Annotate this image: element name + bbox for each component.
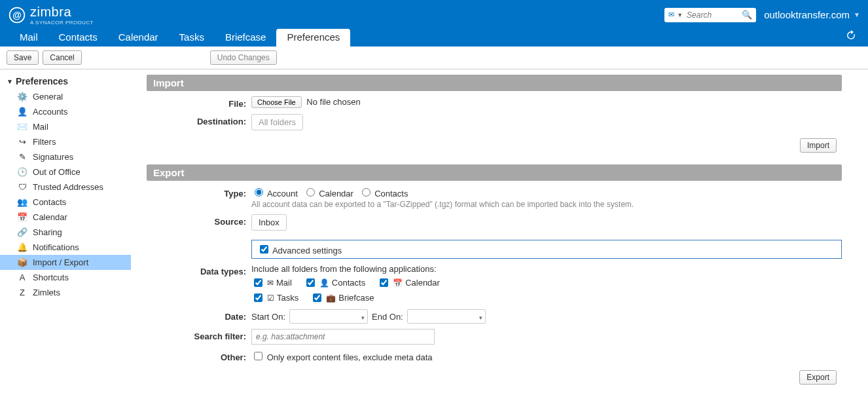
datatype-briefcase[interactable]: 💼Briefcase	[310, 292, 374, 304]
app-header: @ zimbra A SYNACOR PRODUCT ✉ ▼ 🔍 outlook…	[0, 0, 868, 29]
advanced-settings-box: Advanced settings	[251, 240, 842, 259]
mail-icon: ✉	[668, 10, 674, 19]
choose-file-button[interactable]: Choose File	[251, 96, 302, 108]
zimlets-icon: Z	[17, 288, 27, 297]
datatype-calendar[interactable]: 📅Calendar	[377, 276, 440, 289]
sidebar-item-label: Sharing	[33, 227, 62, 237]
sidebar-item-mail[interactable]: ✉️Mail	[0, 119, 131, 134]
search-box[interactable]: ✉ ▼ 🔍	[664, 8, 756, 22]
sidebar-item-label: Mail	[33, 122, 48, 132]
sidebar-item-calendar[interactable]: 📅Calendar	[0, 210, 131, 225]
logo-text: zimbra	[30, 5, 94, 20]
radio-account-label: Account	[267, 189, 298, 199]
datatype-label: Mail	[276, 278, 292, 288]
export-date-label: Date:	[147, 309, 251, 322]
import-destination-select[interactable]: All folders	[251, 114, 303, 130]
sidebar-item-notifications[interactable]: 🔔Notifications	[0, 240, 131, 255]
datatype-tasks[interactable]: ☑Tasks	[251, 292, 298, 304]
notifications-icon: 🔔	[17, 242, 27, 252]
sidebar-item-out-of-office[interactable]: 🕒Out of Office	[0, 164, 131, 180]
contacts-icon: 👥	[17, 197, 27, 207]
sidebar-item-shortcuts[interactable]: AShortcuts	[0, 270, 131, 285]
date-end-label: End On:	[372, 312, 403, 322]
sidebar-item-general[interactable]: ⚙️General	[0, 89, 131, 104]
export-button[interactable]: Export	[799, 370, 837, 385]
sidebar-item-sharing[interactable]: 🔗Sharing	[0, 225, 131, 240]
tab-calendar[interactable]: Calendar	[108, 29, 169, 47]
date-start-picker[interactable]	[289, 309, 368, 324]
search-icon[interactable]: 🔍	[742, 10, 752, 20]
filters-icon: ↪	[17, 137, 27, 147]
search-filter-input[interactable]	[251, 329, 435, 345]
radio-account[interactable]: Account	[251, 189, 298, 199]
only-export-content-label: Only export content files, exclude meta …	[267, 352, 433, 362]
datatype-label: Briefcase	[338, 293, 374, 303]
sidebar-item-accounts[interactable]: 👤Accounts	[0, 104, 131, 119]
export-source-label: Source:	[147, 214, 251, 227]
advanced-settings-label: Advanced settings	[272, 246, 342, 255]
tab-tasks[interactable]: Tasks	[169, 29, 215, 47]
account-name[interactable]: outlooktransfer.com	[764, 9, 850, 20]
sidebar-item-label: Signatures	[33, 152, 73, 162]
export-type-radios: Account Calendar Contacts	[251, 186, 842, 199]
tab-preferences[interactable]: Preferences	[276, 29, 350, 47]
sharing-icon: 🔗	[17, 227, 27, 237]
cancel-button[interactable]: Cancel	[43, 50, 81, 65]
export-type-label: Type:	[147, 186, 251, 199]
radio-contacts[interactable]: Contacts	[359, 189, 408, 199]
datatype-mail[interactable]: ✉Mail	[251, 276, 292, 289]
sidebar-item-signatures[interactable]: ✎Signatures	[0, 149, 131, 164]
import-button[interactable]: Import	[800, 138, 837, 153]
contacts-icon: 👤	[319, 278, 329, 288]
sidebar-item-contacts[interactable]: 👥Contacts	[0, 195, 131, 210]
logo: @ zimbra A SYNACOR PRODUCT	[8, 5, 94, 26]
radio-calendar[interactable]: Calendar	[303, 189, 353, 199]
sidebar-title[interactable]: ▼ Preferences	[0, 73, 131, 89]
logo-subtitle: A SYNACOR PRODUCT	[30, 20, 94, 26]
calendar-icon: 📅	[393, 278, 403, 288]
import-destination-label: Destination:	[147, 114, 251, 126]
main-nav: Mail Contacts Calendar Tasks Briefcase P…	[0, 29, 868, 47]
mail-icon: ✉️	[17, 122, 27, 132]
only-export-content-checkbox[interactable]: Only export content files, exclude meta …	[251, 352, 433, 362]
trusted-addresses-icon: 🛡	[17, 182, 27, 192]
import-file-label: File:	[147, 96, 251, 109]
datatype-contacts[interactable]: 👤Contacts	[304, 276, 365, 289]
datatypes-hint: Include all folders from the following a…	[251, 264, 842, 274]
tab-mail[interactable]: Mail	[9, 29, 48, 47]
advanced-settings-checkbox[interactable]: Advanced settings	[257, 246, 342, 255]
radio-calendar-label: Calendar	[319, 189, 353, 199]
account-menu-caret-icon[interactable]: ▼	[854, 11, 860, 18]
preferences-sidebar: ▼ Preferences ⚙️General👤Accounts✉️Mail↪F…	[0, 69, 131, 398]
tab-contacts[interactable]: Contacts	[48, 29, 108, 47]
sidebar-item-label: Notifications	[33, 242, 79, 252]
export-section-header: Export	[147, 164, 842, 181]
date-end-picker[interactable]	[407, 309, 486, 324]
tab-briefcase[interactable]: Briefcase	[215, 29, 277, 47]
collapse-caret-icon[interactable]: ▼	[7, 78, 13, 85]
sidebar-item-filters[interactable]: ↪Filters	[0, 134, 131, 149]
briefcase-icon: 💼	[326, 293, 336, 303]
export-source-select[interactable]: Inbox	[251, 214, 287, 231]
undo-changes-button[interactable]: Undo Changes	[210, 50, 277, 65]
search-scope-caret[interactable]: ▼	[677, 12, 683, 18]
content-area: Import File: Choose File No file chosen …	[131, 69, 868, 398]
sidebar-item-label: Trusted Addresses	[33, 182, 103, 192]
save-button[interactable]: Save	[7, 50, 39, 65]
shortcuts-icon: A	[17, 273, 27, 282]
calendar-icon: 📅	[17, 212, 27, 222]
refresh-icon[interactable]	[846, 30, 868, 47]
sidebar-item-label: General	[33, 92, 63, 102]
tasks-icon: ☑	[267, 293, 274, 303]
sidebar-item-zimlets[interactable]: ZZimlets	[0, 285, 131, 300]
sidebar-item-label: Out of Office	[33, 167, 81, 177]
sidebar-item-import-export[interactable]: 📦Import / Export	[0, 255, 131, 270]
search-input[interactable]	[685, 10, 742, 20]
sidebar-item-trusted-addresses[interactable]: 🛡Trusted Addresses	[0, 180, 131, 195]
export-datatypes-label: Data types:	[147, 264, 251, 276]
general-icon: ⚙️	[17, 92, 27, 102]
sidebar-item-label: Import / Export	[33, 257, 88, 267]
sidebar-item-label: Calendar	[33, 212, 67, 222]
datatype-label: Tasks	[277, 293, 298, 303]
signatures-icon: ✎	[17, 152, 27, 162]
